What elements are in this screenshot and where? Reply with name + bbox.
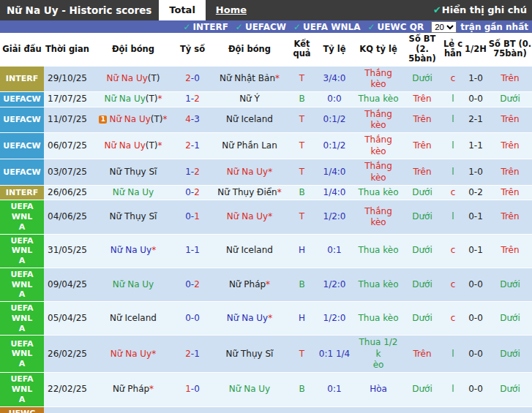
half-time-score: 1-0 [463, 406, 488, 413]
home-goals: 0 [185, 211, 191, 221]
match-date: 03/07/25 [44, 159, 91, 186]
match-row: UEWC QR04/12/24Nữ Na Uy*3-0Nữ Bắc Irelan… [0, 406, 532, 413]
home-goals: 2 [185, 140, 191, 151]
away-goals: 1 [194, 349, 200, 359]
handicap-odds: 1/2:0 [314, 268, 355, 301]
handicap-odds: 0:1/2 [314, 133, 355, 159]
odd-even: l [443, 133, 463, 159]
team-name: Nữ Na Uy [104, 140, 145, 151]
away-goals: 0 [194, 313, 200, 323]
filter-uefacw[interactable]: ✓ UEFACW [236, 22, 286, 32]
score: 1-2 [176, 159, 209, 186]
half-time-score: 0-0 [463, 268, 488, 301]
team-name: Nữ Na Uy [227, 211, 268, 221]
column-header: Kết quả [290, 33, 314, 67]
match-count-select[interactable]: 20 [431, 21, 457, 33]
over-under-2-5: Dưới [402, 268, 443, 301]
favorite-star: * [158, 140, 162, 151]
score: 2-0 [176, 67, 209, 92]
show-notes-toggle[interactable]: ✔Hiển thị ghi chú [433, 0, 532, 20]
handicap-result: Thua kèo [355, 302, 402, 336]
filter-uewc-qr[interactable]: ✓ UEWC QR [368, 22, 424, 32]
handicap-odds: 0:3 3/4 [314, 406, 355, 413]
handicap-result: Hòa [355, 373, 402, 406]
match-result: T [290, 159, 314, 186]
away-team: Nữ Phần Lan [209, 133, 290, 159]
over-under-2-5: Dưới [402, 302, 443, 336]
handicap-odds: 1/4:0 [314, 185, 355, 200]
over-under-0-75: Trên [488, 234, 532, 268]
over-under-0-75: Dưới [488, 92, 532, 107]
column-header: Đội bóng [209, 33, 290, 67]
team-name: Nữ Na Uy [229, 384, 270, 394]
home-goals: 1 [185, 167, 191, 177]
filter-interf[interactable]: ✓ INTERF [183, 22, 228, 32]
page-title: Nữ Na Uy - Historic scores [0, 0, 159, 20]
league-badge: UEFACW [0, 92, 44, 107]
home-team: Nữ Pháp* [91, 373, 176, 406]
league-badge: INTERF [0, 67, 44, 92]
match-date: 22/02/25 [44, 373, 91, 406]
favorite-star: * [149, 384, 154, 394]
half-time-score: 0-1 [463, 200, 488, 234]
match-date: 29/10/25 [44, 67, 91, 92]
match-result: T [290, 133, 314, 159]
odd-even: c [443, 268, 463, 301]
home-goals: 2 [185, 349, 191, 359]
away-goals: 2 [194, 167, 200, 177]
home-team: Nữ Iceland [91, 302, 176, 336]
away-team: Nữ Thụy Điển* [209, 185, 290, 200]
over-under-2-5: Trên [402, 406, 443, 413]
handicap-result: Thua kèo [355, 92, 402, 107]
match-result: H [290, 234, 314, 268]
score: 0-2 [176, 185, 209, 200]
team-name: Nữ Thụy Sĩ [226, 349, 274, 359]
handicap-result: Thắng kèo [355, 133, 402, 159]
over-under-2-5: Trên [402, 336, 443, 373]
home-tag: (T) [151, 114, 163, 124]
home-goals: 2 [185, 73, 191, 83]
tab-total[interactable]: Total [159, 0, 206, 20]
team-name: Nữ Phần Lan [222, 140, 277, 151]
home-team: Nữ Na Uy [91, 268, 176, 301]
over-under-0-75: Trên [488, 133, 532, 159]
tab-home[interactable]: Home [206, 0, 257, 20]
favorite-star: * [277, 187, 282, 197]
match-row: UEFACW17/07/25Nữ Na Uy(T)*1-2Nữ ÝB0:0Thu… [0, 92, 532, 107]
league-badge: UEFA WNL A [0, 336, 44, 373]
rank-badge-icon: 1 [99, 115, 107, 124]
match-date: 06/07/25 [44, 133, 91, 159]
team-name: Nữ Pháp [113, 384, 149, 394]
league-badge: UEFACW [0, 159, 44, 186]
over-under-2-5: Dưới [402, 234, 443, 268]
handicap-result: Thua kèo [355, 234, 402, 268]
match-row: UEFACW11/07/251Nữ Na Uy(T)*4-3Nữ Iceland… [0, 107, 532, 133]
check-icon: ✓ [368, 22, 375, 32]
home-goals: 1 [185, 94, 191, 104]
handicap-result: Thắng kèo [355, 107, 402, 133]
over-under-2-5: Dưới [402, 200, 443, 234]
league-badge: UEFA WNL A [0, 302, 44, 336]
match-row: INTERF29/10/25Nữ Na Uy(T)2-0Nữ Nhật Bản*… [0, 67, 532, 92]
check-icon: ✓ [293, 22, 301, 32]
handicap-odds: 3/4:0 [314, 67, 355, 92]
handicap-result: Thắng kèo [355, 67, 402, 92]
team-name: Nữ Na Uy [109, 114, 150, 124]
home-tag: (T) [146, 94, 158, 104]
over-under-2-5: Dưới [402, 185, 443, 200]
check-icon: ✔ [433, 4, 441, 15]
filter-uefa-wnla[interactable]: ✓ UEFA WNLA [293, 22, 361, 32]
away-goals: 1 [194, 140, 200, 151]
handicap-odds: 1/2:0 [314, 200, 355, 234]
away-team: Nữ Nhật Bản* [209, 67, 290, 92]
over-under-2-5: Trên [402, 159, 443, 186]
score: 2-1 [176, 133, 209, 159]
competition-filter-bar: ✓ INTERF ✓ UEFACW ✓ UEFA WNLA ✓ UEWC QR … [0, 20, 532, 33]
match-row: UEFA WNL A09/04/25Nữ Na Uy0-2Nữ Pháp*B1/… [0, 268, 532, 301]
league-badge: UEFA WNL A [0, 200, 44, 234]
over-under-2-5: Trên [402, 133, 443, 159]
away-team: Nữ Pháp* [209, 268, 290, 301]
handicap-odds: 1/4:0 [314, 159, 355, 186]
score: 1-0 [176, 373, 209, 406]
away-goals: 0 [194, 73, 200, 83]
